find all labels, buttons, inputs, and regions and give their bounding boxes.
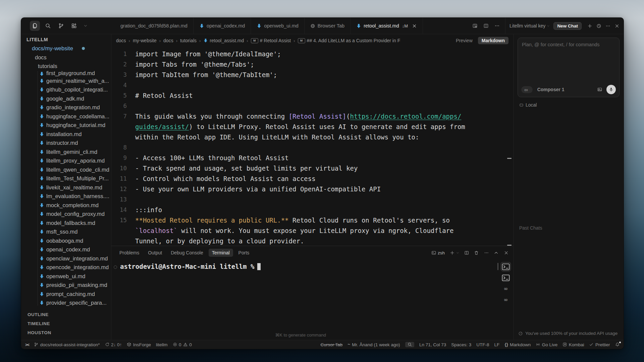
new-chat-tab[interactable]: New Chat xyxy=(553,22,582,30)
status-remote-indicator[interactable]: >< xyxy=(25,343,29,347)
tree-file-prompt-caching-md[interactable]: prompt_caching.md xyxy=(21,290,111,299)
breadcrumb[interactable]: docs›my-website›docs›tutorials›retool_as… xyxy=(116,38,452,43)
close-panel-icon[interactable] xyxy=(614,23,620,28)
tree-file-opencode-integration-md[interactable]: opencode_integration.md xyxy=(21,263,111,272)
voice-input-button[interactable] xyxy=(606,85,616,94)
shell-indicator[interactable]: zsh xyxy=(431,250,445,255)
status-problems[interactable]: 00 xyxy=(173,342,192,347)
status-screencast[interactable] xyxy=(405,342,415,347)
breadcrumb-item[interactable]: my-website xyxy=(133,38,157,43)
status-git-branch[interactable]: docs/retool-assist-integration* xyxy=(34,342,100,347)
status-language-mode[interactable]: {}Markdown xyxy=(504,342,531,347)
tree-file-installation-md[interactable]: installation.md xyxy=(21,130,111,139)
sidebar-section-outline[interactable]: OUTLINE xyxy=(21,310,111,319)
sidebar-section-houston[interactable]: HOUSTON xyxy=(21,328,111,337)
split-editor-icon[interactable] xyxy=(483,23,489,28)
tree-file-instructor-md[interactable]: instructor.md xyxy=(21,139,111,148)
tree-file-model-config-proxy-md[interactable]: model_config_proxy.md xyxy=(21,210,111,219)
status-git-sync[interactable]: 2↓ 0↑ xyxy=(105,342,122,347)
panel-tab-problems[interactable]: Problems xyxy=(116,249,143,257)
terminal-body[interactable]: astrodevil@Astro-Mac-mini litellm % ∞∞ ⌘… xyxy=(111,259,513,340)
markdown-toggle[interactable]: Markdown xyxy=(478,37,508,44)
tree-file-openai-codex-md[interactable]: openai_codex.md xyxy=(21,245,111,254)
context-selector[interactable]: Local xyxy=(514,97,624,108)
status-notifications[interactable] xyxy=(615,342,620,347)
tree-file-oobabooga-md[interactable]: oobabooga.md xyxy=(21,236,111,245)
kill-terminal-button[interactable] xyxy=(474,250,479,255)
tree-file-gradio-integration-md[interactable]: gradio_integration.md xyxy=(21,103,111,112)
history-icon[interactable] xyxy=(596,23,601,28)
split-terminal-button[interactable] xyxy=(464,250,469,255)
status-encoding[interactable]: UTF-8 xyxy=(476,342,489,347)
new-terminal-button[interactable] xyxy=(450,250,459,255)
tree-file-presidio-pii-masking-md[interactable]: presidio_pii_masking.md xyxy=(21,281,111,290)
preview-toggle[interactable]: Preview xyxy=(456,38,473,43)
terminal-list-item-2[interactable] xyxy=(501,273,511,282)
chat-tab-litellm-virtual-key[interactable]: Litellm virtual key xyxy=(509,23,550,28)
tree-file-msft-sso-md[interactable]: msft_sso.md xyxy=(21,228,111,237)
breadcrumb-item[interactable]: retool_assist.md xyxy=(203,38,244,43)
close-panel-button[interactable] xyxy=(504,250,509,255)
terminal-list-item-3[interactable]: ∞ xyxy=(501,284,511,293)
more-icon[interactable] xyxy=(494,23,500,28)
more-icon[interactable] xyxy=(605,23,610,28)
tree-file-mock-completion-md[interactable]: mock_completion.md xyxy=(21,201,111,210)
tree-file-huggingface-codellama[interactable]: huggingface_codellama... xyxy=(21,112,111,121)
breadcrumb-item[interactable]: docs xyxy=(116,38,126,43)
editor-tab-retool-assist-md[interactable]: retool_assist.md↓M xyxy=(351,18,423,34)
editor-tab-openai-codex-md[interactable]: openai_codex.md xyxy=(194,18,251,34)
tree-file-google-adk-md[interactable]: google_adk.md xyxy=(21,94,111,103)
tree-file-model-fallbacks-md[interactable]: model_fallbacks.md xyxy=(21,219,111,228)
status-indentation[interactable]: Spaces: 3 xyxy=(451,342,471,347)
code-editor[interactable]: 1import Image from '@theme/IdealImage';2… xyxy=(111,47,513,246)
tree-file-github-copilot-integrati[interactable]: github_copilot_integrati... xyxy=(21,85,111,95)
activity-search-button[interactable] xyxy=(43,21,53,31)
tree-file-first-playground-md[interactable]: first_playground.md xyxy=(21,71,111,76)
editor-tab-browser-tab[interactable]: Browser Tab xyxy=(305,18,351,34)
breadcrumb-item[interactable]: docs xyxy=(163,38,173,43)
activity-source-control-button[interactable] xyxy=(56,21,66,31)
new-chat-icon[interactable] xyxy=(587,23,592,28)
activity-extensions-button[interactable] xyxy=(69,21,79,31)
breadcrumb-item[interactable]: tutorials xyxy=(180,38,197,43)
breadcrumb-item[interactable]: M## 4. Add LiteLLM as a Custom Provider … xyxy=(298,38,400,43)
workspace-root[interactable]: LITELLM xyxy=(21,35,111,44)
editor-tab-gration-doc-d075fd58-plan-md[interactable]: gration_doc_d075fd58.plan.md xyxy=(120,18,194,34)
tree-file-lm-evaluation-harness[interactable]: lm_evaluation_harness.... xyxy=(21,192,111,201)
tree-file-livekit-xai-realtime-md[interactable]: livekit_xai_realtime.md xyxy=(21,183,111,192)
model-selector[interactable]: Composer 1 xyxy=(537,87,566,92)
tree-file-litellm-proxy-aporia-md[interactable]: litellm_proxy_aporia.md xyxy=(21,157,111,166)
agent-mode-selector[interactable]: ∞ xyxy=(521,86,533,93)
tree-file-provider-specific-para[interactable]: provider_specific_para... xyxy=(21,299,111,308)
status-eol[interactable]: LF xyxy=(494,342,500,347)
tree-file-openclaw-integration-md[interactable]: openclaw_integration.md xyxy=(21,254,111,263)
terminal-more-button[interactable] xyxy=(484,250,489,255)
tree-file-litellm-qwen-code-cli-md[interactable]: litellm_qwen_code_cli.md xyxy=(21,165,111,174)
panel-tab-debug-console[interactable]: Debug Console xyxy=(167,249,207,257)
status-cursor-tab[interactable]: Cursor Tab xyxy=(321,342,343,347)
activity-explorer-button[interactable] xyxy=(30,21,40,31)
breadcrumb-item[interactable]: M# Retool Assist xyxy=(251,38,291,43)
status-cursor-position[interactable]: Ln 71, Col 73 xyxy=(419,342,446,347)
tree-file-litellm-gemini-cli-md[interactable]: litellm_gemini_cli.md xyxy=(21,147,111,157)
status-go-live[interactable]: Go Live xyxy=(536,342,557,347)
chat-input-box[interactable]: Plan, @ for context, / for commands ∞ Co… xyxy=(518,38,620,97)
past-chats[interactable]: Past Chats xyxy=(519,225,544,231)
tree-folder-docs[interactable]: docs xyxy=(21,53,111,62)
status-kombai[interactable]: Kombai xyxy=(562,342,584,347)
status-git-blame[interactable]: ~Mr. Ånand (1 week ago) xyxy=(347,342,400,347)
tree-file-huggingface-tutorial-md[interactable]: huggingface_tutorial.md xyxy=(21,121,111,130)
tree-file-gemini-realtime-with-a[interactable]: gemini_realtime_with_a... xyxy=(21,76,111,85)
terminal-list-item-4[interactable]: ∞ xyxy=(501,295,511,304)
status-prettier[interactable]: Prettier xyxy=(589,342,610,347)
status-litellm[interactable]: litellm xyxy=(156,342,168,347)
terminal-list-item-1[interactable] xyxy=(501,262,511,271)
status-insforge[interactable]: InsForge xyxy=(127,342,151,347)
maximize-panel-button[interactable] xyxy=(494,250,499,255)
split-search-icon[interactable] xyxy=(472,23,478,28)
tree-file-litellm-test-multiple-pr[interactable]: litellm_Test_Multiple_Pr... xyxy=(21,174,111,183)
panel-tab-ports[interactable]: Ports xyxy=(235,249,253,257)
panel-tab-output[interactable]: Output xyxy=(145,249,165,257)
close-icon[interactable] xyxy=(412,23,417,28)
tree-folder-docs-my-website[interactable]: docs/my-website xyxy=(21,44,111,53)
